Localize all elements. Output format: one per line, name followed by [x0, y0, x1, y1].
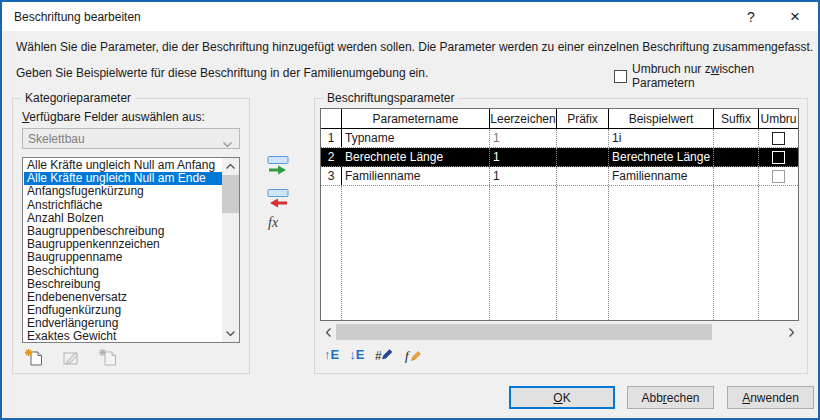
umbruch-checkbox[interactable] — [772, 151, 785, 164]
empty-col — [490, 186, 557, 320]
move-parameter-up-button[interactable]: ↑E — [324, 345, 339, 364]
edit-formula-icon: f — [404, 346, 424, 364]
category-parameter-tools — [24, 348, 118, 367]
header-beispielwert[interactable]: Beispielwert — [609, 109, 714, 128]
label-parameter-table[interactable]: Parametername Leerzeichen Präfix Beispie… — [320, 108, 799, 321]
umbruch-checkbox[interactable] — [772, 170, 785, 183]
header-rownum — [321, 109, 342, 128]
delete-parameter-icon — [98, 348, 118, 367]
edit-units-button[interactable]: # — [374, 345, 394, 364]
list-vertical-scrollbar[interactable] — [222, 158, 239, 342]
move-down-icon: ↓E — [349, 347, 364, 362]
edit-parameter-formula-button[interactable]: fx — [268, 215, 278, 231]
cell-suffix[interactable] — [714, 167, 759, 185]
umbruch-checkbox[interactable] — [772, 132, 785, 145]
field-source-select[interactable]: Skelettbau — [22, 128, 240, 149]
scrollbar-thumb[interactable] — [336, 324, 712, 340]
cell-praefix[interactable] — [557, 167, 609, 185]
scroll-down-icon[interactable] — [222, 325, 239, 342]
cell-parametername[interactable]: Typname — [342, 129, 490, 147]
cell-praefix[interactable] — [557, 129, 609, 147]
header-parametername[interactable]: Parametername — [342, 109, 490, 128]
scroll-right-icon[interactable] — [783, 324, 799, 340]
edit-parameter-button[interactable] — [61, 348, 81, 367]
ok-button[interactable]: OK — [509, 386, 615, 409]
list-item-selected[interactable]: Alle Kräfte ungleich Null am Ende — [24, 172, 222, 185]
row-number[interactable]: 1 — [321, 129, 342, 147]
list-item[interactable]: Anfangsfugenkürzung — [24, 185, 222, 198]
cell-leerzeichen[interactable]: 1 — [490, 167, 557, 185]
table-horizontal-scrollbar[interactable] — [320, 324, 799, 340]
edit-units-icon: # — [374, 346, 394, 364]
category-parameter-list[interactable]: Alle Kräfte ungleich Null am Anfang Alle… — [22, 157, 240, 343]
table-empty-area — [321, 186, 798, 320]
cell-praefix[interactable] — [557, 148, 609, 166]
add-parameter-icon — [265, 155, 291, 176]
intro-text-line1: Wählen Sie die Parameter, die der Beschr… — [16, 40, 813, 54]
cell-umbruch — [759, 148, 798, 166]
cell-umbruch — [759, 167, 798, 185]
empty-col — [609, 186, 714, 320]
scrollbar-thumb[interactable] — [222, 175, 239, 213]
edit-label-dialog: Beschriftung bearbeiten ? × Wählen Sie d… — [0, 0, 820, 420]
edit-formula-button[interactable]: f — [404, 345, 424, 364]
scroll-up-icon[interactable] — [222, 158, 239, 175]
cancel-button[interactable]: Abbrechen — [627, 386, 714, 409]
list-item[interactable]: Endverlängerung — [24, 317, 222, 330]
empty-col — [714, 186, 759, 320]
label-parameter-group-label: Beschriftungsparameter — [323, 91, 458, 105]
help-icon: ? — [747, 9, 755, 25]
list-item[interactable]: Baugruppenbeschreibung — [24, 225, 222, 238]
row-number[interactable]: 3 — [321, 167, 342, 185]
title-bar[interactable]: Beschriftung bearbeiten ? × — [2, 2, 818, 31]
list-item[interactable]: Anstrichfläche — [24, 199, 222, 212]
header-praefix[interactable]: Präfix — [557, 109, 609, 128]
list-item[interactable]: Endfugenkürzung — [24, 304, 222, 317]
cell-leerzeichen[interactable]: 1 — [490, 129, 557, 147]
cell-beispielwert[interactable]: Berechnete Länge — [609, 148, 714, 166]
list-item[interactable]: Anzahl Bolzen — [24, 212, 222, 225]
list-item[interactable]: Beschichtung — [24, 265, 222, 278]
list-item[interactable]: Alle Kräfte ungleich Null am Anfang — [24, 159, 222, 172]
row-number[interactable]: 2 — [321, 148, 342, 166]
delete-parameter-button[interactable] — [98, 348, 118, 367]
apply-button[interactable]: Anwenden — [727, 386, 814, 409]
remove-parameter-from-label-button[interactable] — [264, 187, 292, 209]
header-umbruch[interactable]: Umbru — [759, 109, 798, 128]
wrap-between-parameters-option[interactable]: Umbruch nur zwischen Parametern — [614, 62, 818, 90]
move-parameter-down-button[interactable]: ↓E — [349, 345, 364, 364]
cell-parametername[interactable]: Berechnete Länge — [342, 148, 490, 166]
cell-parametername[interactable]: Familienname — [342, 167, 490, 185]
new-parameter-button[interactable] — [24, 348, 44, 367]
cell-beispielwert[interactable]: 1i — [609, 129, 714, 147]
table-row[interactable]: 1 Typname 1 1i — [321, 129, 798, 148]
table-row-selected[interactable]: 2 Berechnete Länge 1 Berechnete Länge — [321, 148, 798, 167]
cell-leerzeichen[interactable]: 1 — [490, 148, 557, 166]
header-leerzeichen[interactable]: Leerzeichen — [490, 109, 557, 128]
dialog-title: Beschriftung bearbeiten — [14, 10, 141, 24]
field-source-value: Skelettbau — [28, 132, 85, 146]
list-item[interactable]: Beschreibung — [24, 278, 222, 291]
scroll-left-icon[interactable] — [320, 324, 336, 340]
wrap-between-parameters-checkbox[interactable] — [614, 70, 627, 83]
category-parameter-list-items: Alle Kräfte ungleich Null am Anfang Alle… — [24, 159, 222, 343]
list-item[interactable]: Endebenenversatz — [24, 291, 222, 304]
close-button[interactable]: × — [778, 2, 812, 31]
table-row[interactable]: 3 Familienname 1 Familienname — [321, 167, 798, 186]
header-suffix[interactable]: Suffix — [714, 109, 759, 128]
empty-col — [321, 186, 342, 320]
new-parameter-icon — [24, 348, 44, 367]
cell-beispielwert[interactable]: Familienname — [609, 167, 714, 185]
add-parameter-to-label-button[interactable] — [264, 154, 292, 176]
cell-suffix[interactable] — [714, 148, 759, 166]
move-up-icon: ↑E — [324, 347, 339, 362]
category-parameter-group-label: Kategorieparameter — [21, 91, 135, 105]
list-item[interactable]: Exaktes Gewicht — [24, 330, 222, 343]
cell-suffix[interactable] — [714, 129, 759, 147]
svg-text:#: # — [375, 349, 382, 363]
list-item[interactable]: Baugruppenkennzeichen — [24, 238, 222, 251]
label-parameter-tools: ↑E ↓E # f — [324, 345, 424, 364]
list-item[interactable]: Baugruppenname — [24, 251, 222, 264]
help-button[interactable]: ? — [736, 2, 766, 31]
fx-icon: fx — [268, 215, 278, 230]
